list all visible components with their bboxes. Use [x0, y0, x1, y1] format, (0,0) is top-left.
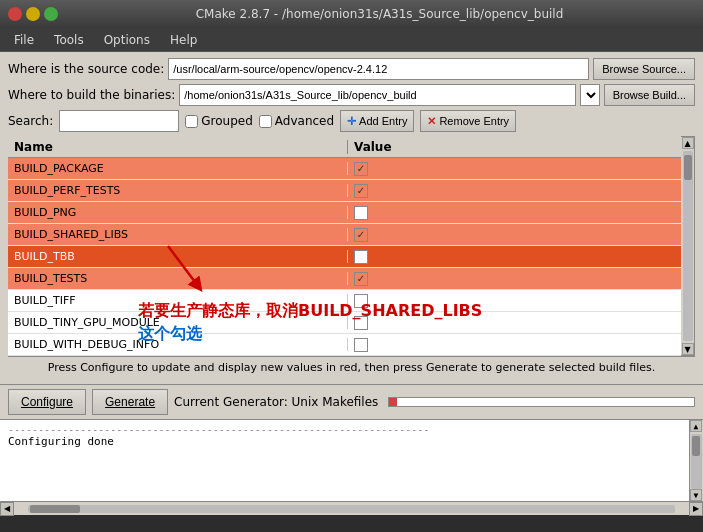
progress-bar	[388, 397, 695, 407]
build-dropdown[interactable]	[580, 84, 600, 106]
advanced-checkbox-group[interactable]: Advanced	[259, 114, 334, 128]
remove-entry-button[interactable]: ✕ Remove Entry	[420, 110, 516, 132]
titlebar: CMake 2.8.7 - /home/onion31s/A31s_Source…	[0, 0, 703, 28]
table-header: Name Value	[8, 136, 681, 158]
row-value	[348, 294, 681, 308]
remove-entry-label: Remove Entry	[439, 115, 509, 127]
log-separator: ----------------------------------------…	[8, 424, 695, 435]
row-name: BUILD_PNG	[8, 206, 348, 219]
h-scroll-thumb[interactable]	[30, 505, 80, 513]
h-scroll-track	[28, 505, 675, 513]
generate-button[interactable]: Generate	[92, 389, 168, 415]
row-value	[348, 316, 681, 330]
value-checkbox[interactable]	[354, 272, 368, 286]
col-value-header: Value	[348, 140, 681, 154]
build-label: Where to build the binaries:	[8, 88, 175, 102]
value-checkbox[interactable]	[354, 228, 368, 242]
row-value	[348, 338, 681, 352]
add-entry-button[interactable]: ✛ Add Entry	[340, 110, 414, 132]
table-row[interactable]: BUILD_TINY_GPU_MODULE	[8, 312, 681, 334]
table-row[interactable]: BUILD_PERF_TESTS	[8, 180, 681, 202]
row-value	[348, 250, 681, 264]
table-row[interactable]: BUILD_PNG	[8, 202, 681, 224]
row-value	[348, 272, 681, 286]
main-content: Where is the source code: Browse Source.…	[0, 52, 703, 384]
window-title: CMake 2.8.7 - /home/onion31s/A31s_Source…	[64, 7, 695, 21]
row-name: BUILD_WITH_DEBUG_INFO	[8, 338, 348, 351]
log-scroll-down[interactable]: ▼	[690, 489, 702, 501]
table-row[interactable]: BUILD_SHARED_LIBS	[8, 224, 681, 246]
scroll-left-button[interactable]: ◀	[0, 502, 14, 516]
row-name: BUILD_TINY_GPU_MODULE	[8, 316, 348, 329]
source-row: Where is the source code: Browse Source.…	[8, 58, 695, 80]
browse-build-button[interactable]: Browse Build...	[604, 84, 695, 106]
col-name-header: Name	[8, 140, 348, 154]
plus-icon: ✛	[347, 115, 356, 128]
log-line2: Configuring done	[8, 435, 695, 448]
grouped-label: Grouped	[201, 114, 253, 128]
source-label: Where is the source code:	[8, 62, 164, 76]
minimize-button[interactable]	[26, 7, 40, 21]
row-name: BUILD_TIFF	[8, 294, 348, 307]
search-input[interactable]	[59, 110, 179, 132]
row-name: BUILD_SHARED_LIBS	[8, 228, 348, 241]
value-checkbox[interactable]	[354, 206, 368, 220]
table-row[interactable]: BUILD_WITH_DEBUG_INFO	[8, 334, 681, 356]
log-scrollbar[interactable]: ▲ ▼	[689, 420, 703, 501]
grouped-checkbox-group[interactable]: Grouped	[185, 114, 253, 128]
table-row[interactable]: BUILD_TESTS	[8, 268, 681, 290]
x-icon: ✕	[427, 115, 436, 128]
log-area[interactable]: ----------------------------------------…	[0, 419, 703, 501]
row-value	[348, 228, 681, 242]
menu-options[interactable]: Options	[94, 31, 160, 49]
value-checkbox[interactable]	[354, 294, 368, 308]
menu-help[interactable]: Help	[160, 31, 207, 49]
toolbar-row: Search: Grouped Advanced ✛ Add Entry ✕ R…	[8, 110, 695, 132]
menubar: File Tools Options Help	[0, 28, 703, 52]
advanced-checkbox[interactable]	[259, 115, 272, 128]
value-checkbox[interactable]	[354, 184, 368, 198]
value-checkbox[interactable]	[354, 162, 368, 176]
scroll-down-button[interactable]: ▼	[682, 343, 694, 355]
source-input[interactable]	[168, 58, 589, 80]
row-name: BUILD_TESTS	[8, 272, 348, 285]
grouped-checkbox[interactable]	[185, 115, 198, 128]
vertical-scrollbar[interactable]: ▲ ▼	[681, 136, 695, 356]
menu-tools[interactable]: Tools	[44, 31, 94, 49]
row-value	[348, 206, 681, 220]
browse-source-button[interactable]: Browse Source...	[593, 58, 695, 80]
close-button[interactable]	[8, 7, 22, 21]
log-scroll-up[interactable]: ▲	[690, 420, 702, 432]
build-input[interactable]	[179, 84, 575, 106]
scroll-thumb[interactable]	[684, 155, 692, 180]
value-checkbox[interactable]	[354, 338, 368, 352]
table-row[interactable]: BUILD_TIFF	[8, 290, 681, 312]
horizontal-scrollbar: ◀ ▶	[0, 501, 703, 515]
log-scroll-track	[691, 434, 702, 489]
configure-button[interactable]: Configure	[8, 389, 86, 415]
add-entry-label: Add Entry	[359, 115, 407, 127]
bottom-toolbar: Configure Generate Current Generator: Un…	[0, 384, 703, 419]
progress-fill	[389, 398, 397, 406]
maximize-button[interactable]	[44, 7, 58, 21]
table-main: Name Value BUILD_PACKAGE BUILD_PERF_TEST…	[8, 136, 681, 356]
table-wrapper: Name Value BUILD_PACKAGE BUILD_PERF_TEST…	[8, 136, 695, 356]
build-row: Where to build the binaries: Browse Buil…	[8, 84, 695, 106]
scroll-track	[683, 151, 693, 341]
log-scroll-thumb[interactable]	[692, 436, 700, 456]
menu-file[interactable]: File	[4, 31, 44, 49]
search-label: Search:	[8, 114, 53, 128]
table-row-selected[interactable]: BUILD_TBB	[8, 246, 681, 268]
table-area: Name Value BUILD_PACKAGE BUILD_PERF_TEST…	[8, 136, 695, 356]
row-value	[348, 162, 681, 176]
window-controls	[8, 7, 58, 21]
row-name: BUILD_PACKAGE	[8, 162, 348, 175]
scroll-right-button[interactable]: ▶	[689, 502, 703, 516]
value-checkbox[interactable]	[354, 250, 368, 264]
advanced-label: Advanced	[275, 114, 334, 128]
row-value	[348, 184, 681, 198]
table-row[interactable]: BUILD_PACKAGE	[8, 158, 681, 180]
value-checkbox[interactable]	[354, 316, 368, 330]
row-name: BUILD_TBB	[8, 250, 348, 263]
scroll-up-button[interactable]: ▲	[682, 137, 694, 149]
